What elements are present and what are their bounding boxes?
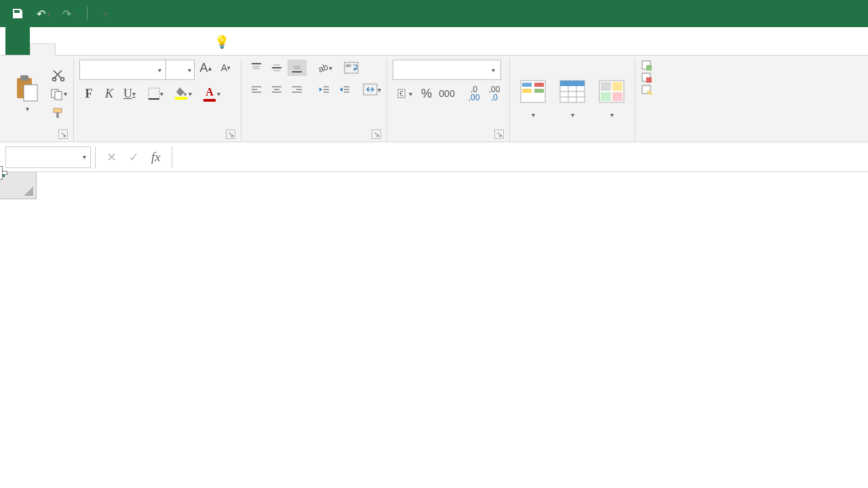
increase-decimal-button[interactable]: ,0,00: [465, 85, 484, 102]
svg-rect-57: [612, 92, 623, 101]
svg-point-3: [53, 77, 56, 81]
svg-point-11: [184, 93, 186, 96]
tab-layout[interactable]: [80, 44, 104, 55]
format-table-icon: [559, 78, 586, 105]
tab-home[interactable]: [30, 43, 56, 56]
copy-button[interactable]: ▾: [49, 86, 68, 102]
ribbon-tabs: 💡: [0, 27, 868, 56]
accounting-button[interactable]: €▾: [393, 85, 416, 102]
save-button[interactable]: [8, 4, 27, 23]
svg-rect-45: [522, 89, 532, 93]
clipboard-launcher[interactable]: ↘: [58, 129, 68, 139]
cut-button[interactable]: [49, 67, 68, 83]
formula-input[interactable]: [172, 146, 868, 168]
cell-styles-button[interactable]: ▾: [594, 77, 629, 121]
number-format-select[interactable]: ▾: [393, 60, 501, 80]
svg-rect-56: [601, 92, 611, 101]
group-clipboard: ▾ ▾ ↘: [4, 58, 74, 142]
align-left-button[interactable]: [247, 81, 266, 98]
svg-rect-2: [24, 85, 37, 101]
title-bar: ↶▾ ↷▾ ▾: [0, 0, 868, 27]
enter-icon: ✓: [129, 150, 139, 165]
orientation-button[interactable]: ab▾: [315, 60, 334, 76]
format-cells-button[interactable]: [641, 84, 656, 95]
group-cells: [635, 58, 669, 142]
bold-button[interactable]: F: [79, 85, 98, 102]
group-number: ▾ €▾ % 000 ,0,00 ,00,0 ↘: [387, 58, 510, 142]
tab-review[interactable]: [153, 44, 178, 55]
merge-button[interactable]: ▾: [362, 81, 381, 98]
svg-rect-46: [534, 89, 544, 93]
svg-text:ab: ab: [317, 62, 329, 73]
svg-text:€: €: [399, 90, 403, 98]
decrease-decimal-button[interactable]: ,00,0: [485, 85, 504, 102]
paste-icon: [14, 75, 41, 102]
align-center-button[interactable]: [267, 81, 286, 98]
svg-rect-43: [522, 83, 532, 87]
percent-button[interactable]: %: [417, 85, 436, 102]
svg-rect-7: [54, 108, 62, 113]
svg-rect-9: [149, 88, 159, 99]
shrink-font-button[interactable]: A▾: [216, 60, 235, 76]
wrap-text-button[interactable]: ab: [342, 60, 361, 76]
svg-rect-1: [20, 75, 28, 81]
svg-rect-59: [646, 65, 652, 70]
bulb-icon: 💡: [214, 35, 229, 49]
formula-bar: ▾ ✕ ✓ fx: [0, 142, 868, 172]
grow-font-button[interactable]: A▴: [196, 60, 215, 76]
number-launcher[interactable]: ↘: [494, 129, 504, 139]
ribbon: ▾ ▾ ↘ ▾ ▾: [0, 56, 868, 142]
align-right-button[interactable]: [288, 81, 307, 98]
align-top-button[interactable]: [247, 60, 266, 76]
group-alignment: ab▾ ab ▾ ↘: [241, 58, 387, 142]
format-table-button[interactable]: ▾: [555, 77, 590, 121]
format-painter-button[interactable]: [49, 105, 68, 121]
comma-button[interactable]: 000: [437, 85, 456, 102]
insert-cells-button[interactable]: [641, 60, 656, 70]
name-box[interactable]: ▾: [5, 146, 91, 168]
underline-button[interactable]: U▾: [120, 85, 139, 102]
fill-color-button[interactable]: ▾: [172, 85, 191, 102]
tab-view[interactable]: [178, 44, 202, 55]
increase-indent-button[interactable]: [335, 81, 354, 98]
group-font: ▾ ▾ A▴ A▾ F K U▾ ▾ ▾: [74, 58, 241, 142]
svg-rect-61: [646, 77, 652, 83]
cell-styles-icon: [598, 78, 625, 105]
redo-button[interactable]: ↷▾: [60, 4, 79, 23]
borders-button[interactable]: ▾: [146, 85, 165, 102]
decrease-indent-button[interactable]: [315, 81, 334, 98]
tab-formulas[interactable]: [104, 44, 129, 55]
align-bottom-button[interactable]: [288, 60, 307, 76]
alignment-launcher[interactable]: ↘: [372, 129, 381, 139]
font-size-select[interactable]: ▾: [166, 60, 195, 80]
delete-cells-button[interactable]: [641, 72, 656, 83]
tab-file[interactable]: [5, 26, 30, 55]
svg-rect-54: [601, 82, 611, 91]
quick-access-toolbar: ↶▾ ↷▾ ▾: [0, 4, 115, 23]
svg-text:ab: ab: [346, 63, 351, 68]
tab-data[interactable]: [129, 44, 153, 55]
undo-button[interactable]: ↶▾: [34, 4, 53, 23]
group-styles: ▾ ▾ ▾: [510, 58, 635, 142]
tell-me[interactable]: 💡: [202, 29, 247, 55]
svg-rect-55: [612, 82, 623, 91]
paste-button[interactable]: ▾: [9, 74, 45, 115]
tab-insert[interactable]: [56, 44, 80, 55]
conditional-format-button[interactable]: ▾: [515, 77, 551, 121]
svg-rect-44: [534, 83, 544, 87]
font-name-select[interactable]: ▾: [79, 60, 166, 80]
conditional-format-icon: [519, 78, 547, 105]
select-all-corner[interactable]: [0, 172, 37, 199]
svg-rect-48: [560, 81, 585, 86]
align-middle-button[interactable]: [267, 60, 286, 76]
italic-button[interactable]: K: [100, 85, 119, 102]
cancel-icon: ✕: [106, 150, 117, 165]
svg-rect-6: [55, 92, 62, 100]
svg-point-4: [61, 77, 64, 81]
qat-customize[interactable]: ▾: [96, 4, 115, 23]
svg-rect-8: [56, 113, 59, 118]
font-color-button[interactable]: A ▾: [200, 85, 219, 102]
font-launcher[interactable]: ↘: [226, 129, 235, 139]
fx-button[interactable]: fx: [151, 150, 161, 165]
